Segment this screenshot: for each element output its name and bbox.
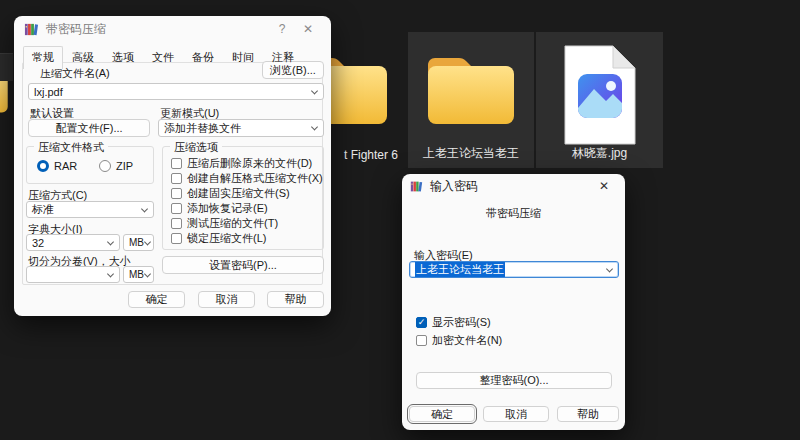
tab-files[interactable]: 文件 — [143, 46, 183, 68]
password-input-value: 上老王论坛当老王 — [415, 262, 505, 277]
encrypt-filenames-checkbox[interactable]: 加密文件名(N) — [416, 333, 502, 348]
checkbox-icon — [171, 158, 182, 169]
profiles-button[interactable]: 配置文件(F)... — [28, 119, 150, 137]
file-label: 上老王论坛当老王 — [408, 145, 534, 162]
tab-backup[interactable]: 备份 — [183, 46, 223, 68]
ok-button[interactable]: 确定 — [409, 406, 475, 422]
compress-dialog-titlebar[interactable]: 带密码压缩 ? ✕ — [14, 16, 331, 42]
tab-comment[interactable]: 注释 — [263, 46, 303, 68]
checkbox-label: 创建自解压格式压缩文件(X) — [187, 171, 323, 186]
dialog-title: 输入密码 — [430, 178, 478, 195]
folder-icon — [408, 44, 534, 130]
checkbox-label: 添加恢复记录(E) — [187, 201, 268, 216]
tab-options[interactable]: 选项 — [103, 46, 143, 68]
tab-time[interactable]: 时间 — [223, 46, 263, 68]
file-label: t Fighter 6 — [344, 148, 407, 162]
format-radio-rar[interactable]: RAR — [37, 160, 77, 172]
chevron-down-icon — [144, 270, 151, 277]
checkbox-icon — [171, 173, 182, 184]
radio-icon — [99, 160, 111, 172]
split-unit-value: MB — [129, 269, 144, 280]
image-file-icon — [536, 44, 663, 146]
file-tile-laowang-folder[interactable]: 上老王论坛当老王 — [408, 32, 534, 168]
compress-dialog: 带密码压缩 ? ✕ 常规 高级 选项 文件 备份 时间 注释 压缩文件名(A) … — [14, 16, 331, 316]
help-button[interactable]: 帮助 — [267, 291, 324, 308]
dictionary-unit-combobox[interactable]: MB — [123, 234, 154, 251]
tab-general[interactable]: 常规 — [23, 46, 63, 69]
checkbox-icon — [171, 218, 182, 229]
split-unit-combobox[interactable]: MB — [123, 266, 154, 283]
dialog-title: 带密码压缩 — [46, 21, 106, 38]
dictionary-unit-value: MB — [129, 237, 144, 248]
file-label: 林晓嘉.jpg — [536, 145, 663, 162]
chevron-down-icon — [141, 205, 148, 212]
winrar-icon — [410, 180, 423, 193]
checkbox-label: 压缩后删除原来的文件(D) — [187, 156, 312, 171]
checkbox-label: 锁定压缩文件(L) — [187, 231, 266, 246]
checkbox-label: 显示密码(S) — [432, 315, 491, 330]
password-input[interactable]: 上老王论坛当老王 — [409, 261, 619, 278]
chevron-down-icon — [107, 270, 114, 277]
show-password-checkbox[interactable]: ✓ 显示密码(S) — [416, 315, 491, 330]
method-combobox[interactable]: 标准 — [26, 201, 154, 218]
ok-button[interactable]: 确定 — [128, 291, 185, 308]
password-dialog: 输入密码 ✕ 带密码压缩 输入密码(E) 上老王论坛当老王 ✓ 显示密码(S) … — [402, 174, 625, 430]
checkbox-icon — [416, 335, 427, 346]
split-volumes-combobox[interactable] — [26, 266, 120, 283]
archive-format-group-label: 压缩文件格式 — [34, 140, 108, 155]
organize-passwords-button[interactable]: 整理密码(O)... — [416, 372, 612, 389]
password-dialog-titlebar[interactable]: 输入密码 ✕ — [402, 174, 625, 198]
file-tile-image[interactable]: 林晓嘉.jpg — [536, 32, 663, 168]
update-mode-combobox[interactable]: 添加并替换文件 — [158, 119, 324, 137]
method-value: 标准 — [32, 202, 54, 217]
checkbox-label: 创建固实压缩文件(S) — [187, 186, 290, 201]
checkbox-delete-after[interactable]: 压缩后删除原来的文件(D) — [171, 156, 312, 171]
archive-name-combobox[interactable]: lxj.pdf — [28, 83, 324, 100]
dictionary-value: 32 — [32, 237, 44, 249]
chevron-down-icon — [311, 123, 318, 130]
radio-label: RAR — [54, 160, 77, 172]
help-icon[interactable]: ? — [269, 22, 295, 36]
winrar-icon — [24, 22, 39, 37]
format-radio-zip[interactable]: ZIP — [99, 160, 133, 172]
chevron-down-icon — [606, 265, 613, 272]
checkbox-lock[interactable]: 锁定压缩文件(L) — [171, 231, 266, 246]
checkbox-label: 加密文件名(N) — [432, 333, 502, 348]
help-button[interactable]: 帮助 — [557, 406, 619, 422]
checkbox-icon — [171, 203, 182, 214]
desktop-background: t Fighter 6 上老王论坛当老王 — [0, 0, 800, 440]
set-password-button[interactable]: 设置密码(P)... — [162, 256, 324, 274]
checkbox-solid[interactable]: 创建固实压缩文件(S) — [171, 186, 290, 201]
cancel-button[interactable]: 取消 — [198, 291, 255, 308]
chevron-down-icon — [107, 238, 114, 245]
chevron-down-icon — [311, 87, 318, 94]
chevron-down-icon — [144, 238, 151, 245]
checkbox-checked-icon: ✓ — [416, 317, 427, 328]
archive-format-group: 压缩文件格式 RAR ZIP — [26, 146, 154, 184]
checkbox-test[interactable]: 测试压缩的文件(T) — [171, 216, 278, 231]
checkbox-sfx[interactable]: 创建自解压格式压缩文件(X) — [171, 171, 323, 186]
password-dialog-subtitle: 带密码压缩 — [402, 206, 625, 221]
close-icon[interactable]: ✕ — [295, 22, 321, 36]
partial-thumbnail — [0, 53, 13, 81]
update-mode-value: 添加并替换文件 — [164, 121, 241, 136]
cancel-button[interactable]: 取消 — [483, 406, 549, 422]
archive-name-value: lxj.pdf — [34, 86, 63, 98]
radio-label: ZIP — [116, 160, 133, 172]
tab-advanced[interactable]: 高级 — [63, 46, 103, 68]
checkbox-recovery[interactable]: 添加恢复记录(E) — [171, 201, 268, 216]
checkbox-icon — [171, 233, 182, 244]
close-icon[interactable]: ✕ — [591, 179, 617, 193]
tab-bar: 常规 高级 选项 文件 备份 时间 注释 — [23, 46, 303, 68]
checkbox-icon — [171, 188, 182, 199]
checkbox-label: 测试压缩的文件(T) — [187, 216, 278, 231]
radio-icon — [37, 160, 49, 172]
compression-options-group: 压缩选项 压缩后删除原来的文件(D) 创建自解压格式压缩文件(X) 创建固实压缩… — [162, 146, 324, 250]
dictionary-combobox[interactable]: 32 — [26, 234, 120, 251]
compression-options-group-label: 压缩选项 — [170, 140, 222, 155]
